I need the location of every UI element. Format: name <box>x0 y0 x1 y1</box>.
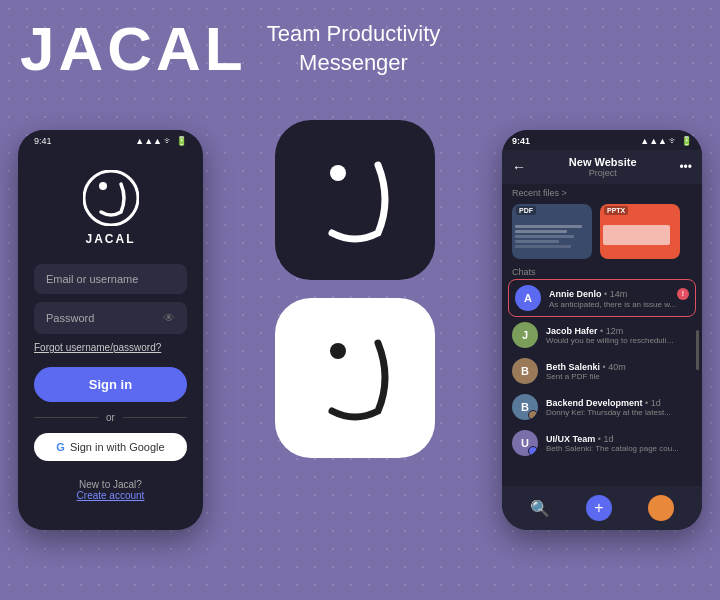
chat-content-uiux: UI/UX Team • 1d Beth Salenki: The catalo… <box>546 434 692 453</box>
center-icons-area <box>230 120 480 458</box>
group-avatar-extra <box>528 410 538 420</box>
add-button[interactable]: + <box>586 495 612 521</box>
login-screen: JACAL Email or username Password 👁 Forgo… <box>18 150 203 511</box>
password-field[interactable]: Password 👁 <box>34 302 187 334</box>
avatar-jacob: J <box>512 322 538 348</box>
app-tagline: Team Productivity Messenger <box>267 20 441 77</box>
logo-text: JACAL <box>85 232 135 246</box>
svg-point-2 <box>330 165 346 181</box>
file-card-pdf[interactable]: PDF <box>512 204 592 259</box>
app-name: JACAL <box>20 18 247 80</box>
title-area: JACAL Team Productivity Messenger <box>20 18 440 80</box>
file-card-pptx[interactable]: PPTX <box>600 204 680 259</box>
chat-content-jacob: Jacob Hafer • 12m Would you be willing t… <box>546 326 692 345</box>
scroll-indicator <box>696 330 699 370</box>
app-icon-white <box>275 298 435 458</box>
bottom-navigation: 🔍 + <box>502 486 702 530</box>
status-bar-right: 9:41 ▲▲▲ ᯤ 🔋 <box>502 130 702 150</box>
sign-in-button[interactable]: Sign in <box>34 367 187 402</box>
unread-badge-annie: ! <box>677 288 689 300</box>
svg-point-1 <box>99 182 107 190</box>
chat-item-beth[interactable]: B Beth Salenki • 40m Sent a PDF file <box>502 353 702 389</box>
phone-left: 9:41 ▲▲▲ ᯤ 🔋 JACAL Email or username Pas… <box>18 130 203 530</box>
or-divider: or <box>34 412 187 423</box>
chat-item-uiux[interactable]: U UI/UX Team • 1d Beth Salenki: The cata… <box>502 425 702 461</box>
file-type-pdf: PDF <box>516 206 536 215</box>
project-title: New Website Project <box>569 156 637 178</box>
files-row: PDF PPTX <box>502 200 702 265</box>
avatar-uiux: U <box>512 430 538 456</box>
chat-list: A Annie Denlo • 14m ! As anticipated, th… <box>502 279 702 461</box>
group-avatar-extra2 <box>528 446 538 456</box>
chats-label: Chats <box>502 265 702 279</box>
chat-item-jacob[interactable]: J Jacob Hafer • 12m Would you be willing… <box>502 317 702 353</box>
email-field[interactable]: Email or username <box>34 264 187 294</box>
status-bar-left: 9:41 ▲▲▲ ᯤ 🔋 <box>18 130 203 150</box>
app-logo <box>81 168 141 228</box>
chat-item-backend[interactable]: B Backend Development • 1d Donny Kel: Th… <box>502 389 702 425</box>
new-account-section: New to Jacal? Create account <box>77 479 145 501</box>
chat-item-annie[interactable]: A Annie Denlo • 14m ! As anticipated, th… <box>508 279 696 317</box>
forgot-link[interactable]: Forgot username/password? <box>34 342 161 353</box>
chat-content-beth: Beth Salenki • 40m Sent a PDF file <box>546 362 692 381</box>
recent-files-label[interactable]: Recent files > <box>502 184 702 200</box>
eye-icon: 👁 <box>163 311 175 325</box>
google-icon: G <box>56 441 65 453</box>
avatar-annie: A <box>515 285 541 311</box>
create-account-link[interactable]: Create account <box>77 490 145 501</box>
file-type-pptx: PPTX <box>604 206 628 215</box>
nav-bar: ← New Website Project ••• <box>502 150 702 184</box>
svg-point-3 <box>330 343 346 359</box>
phone-right: 9:41 ▲▲▲ ᯤ 🔋 ← New Website Project ••• R… <box>502 130 702 530</box>
user-avatar[interactable] <box>648 495 674 521</box>
avatar-backend: B <box>512 394 538 420</box>
svg-point-0 <box>84 171 138 225</box>
google-sign-in-button[interactable]: G Sign in with Google <box>34 433 187 461</box>
search-icon[interactable]: 🔍 <box>530 499 550 518</box>
back-button[interactable]: ← <box>512 159 526 175</box>
more-button[interactable]: ••• <box>679 160 692 174</box>
avatar-beth: B <box>512 358 538 384</box>
chat-content-annie: Annie Denlo • 14m ! As anticipated, ther… <box>549 288 689 309</box>
app-icon-dark <box>275 120 435 280</box>
chat-content-backend: Backend Development • 1d Donny Kel: Thur… <box>546 398 692 417</box>
